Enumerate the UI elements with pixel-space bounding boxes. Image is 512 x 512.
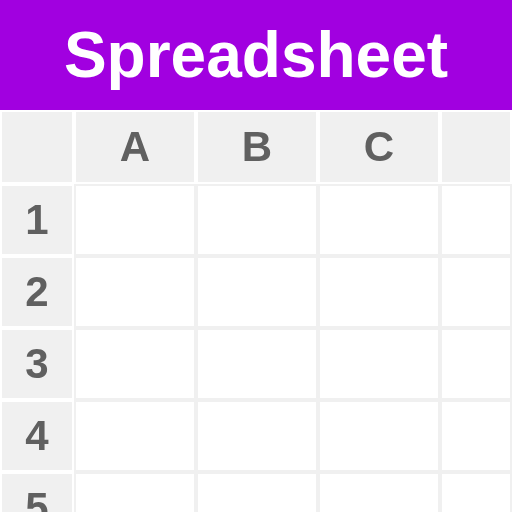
row-3: 3 — [0, 328, 512, 400]
col-header-C[interactable]: C — [318, 110, 440, 184]
row-header-4[interactable]: 4 — [0, 400, 74, 472]
cell-A5[interactable] — [74, 472, 196, 512]
corner-cell[interactable] — [0, 110, 74, 184]
cell-B1[interactable] — [196, 184, 318, 256]
col-header-A[interactable]: A — [74, 110, 196, 184]
cell-B2[interactable] — [196, 256, 318, 328]
cell-tail-3[interactable] — [440, 328, 512, 400]
cell-A4[interactable] — [74, 400, 196, 472]
column-header-row: A B C — [0, 110, 512, 184]
cell-B5[interactable] — [196, 472, 318, 512]
cell-B3[interactable] — [196, 328, 318, 400]
col-header-B[interactable]: B — [196, 110, 318, 184]
cell-C3[interactable] — [318, 328, 440, 400]
app-header: Spreadsheet — [0, 0, 512, 110]
row-header-2[interactable]: 2 — [0, 256, 74, 328]
cell-tail-2[interactable] — [440, 256, 512, 328]
cell-C4[interactable] — [318, 400, 440, 472]
row-5: 5 — [0, 472, 512, 512]
cell-A2[interactable] — [74, 256, 196, 328]
cell-A1[interactable] — [74, 184, 196, 256]
cell-C2[interactable] — [318, 256, 440, 328]
cell-tail-5[interactable] — [440, 472, 512, 512]
app-title: Spreadsheet — [64, 18, 448, 92]
cell-C1[interactable] — [318, 184, 440, 256]
row-header-5[interactable]: 5 — [0, 472, 74, 512]
row-header-1[interactable]: 1 — [0, 184, 74, 256]
col-header-tail — [440, 110, 512, 184]
row-1: 1 — [0, 184, 512, 256]
cell-tail-4[interactable] — [440, 400, 512, 472]
cell-C5[interactable] — [318, 472, 440, 512]
row-2: 2 — [0, 256, 512, 328]
row-header-3[interactable]: 3 — [0, 328, 74, 400]
cell-A3[interactable] — [74, 328, 196, 400]
cell-B4[interactable] — [196, 400, 318, 472]
spreadsheet-grid: A B C 1 2 3 4 5 — [0, 110, 512, 512]
row-4: 4 — [0, 400, 512, 472]
cell-tail-1[interactable] — [440, 184, 512, 256]
